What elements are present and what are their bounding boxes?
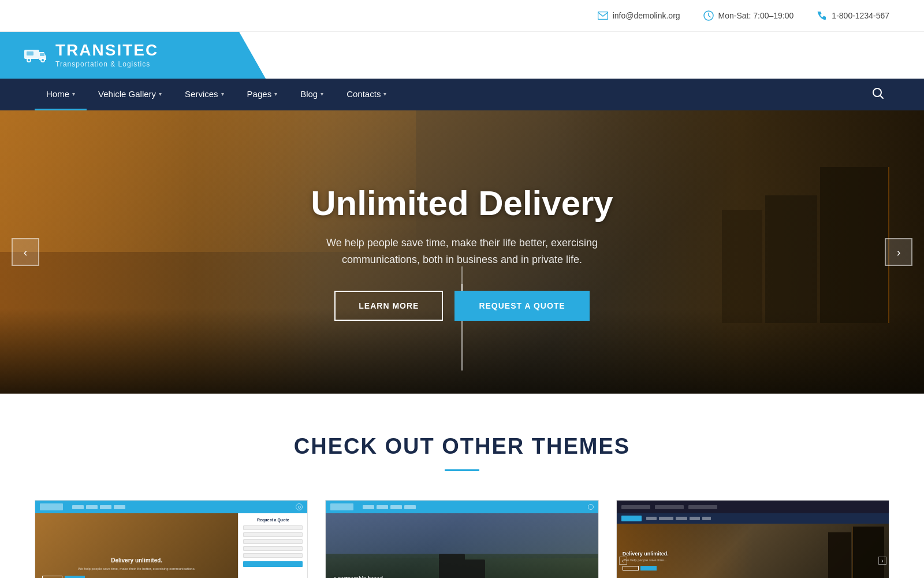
hero-buttons: LEARN MORE REQUEST A QUOTE <box>334 291 589 321</box>
theme-card-1-btn-learn <box>42 576 62 578</box>
theme-card-3-logo <box>621 516 642 521</box>
form-field-2 <box>243 532 303 537</box>
email-icon <box>598 10 608 21</box>
header: TRANSITEC Transportation & Logistics <box>0 32 924 79</box>
theme-card-1-search-icon <box>296 503 303 510</box>
theme-card-3-nav-items <box>646 517 711 520</box>
form-submit <box>243 561 303 567</box>
nav-home-label: Home <box>46 89 69 99</box>
theme-card-3-info-2 <box>655 505 684 509</box>
theme-card-1-subtitle: We help people save time, make their lif… <box>42 566 231 571</box>
theme-card-2-sky <box>326 513 598 558</box>
themes-divider <box>445 469 479 471</box>
card3-prev: ‹ <box>619 557 627 565</box>
hours-contact: Mon-Sat: 7:00–19:00 <box>703 10 794 21</box>
email-text: info@demolink.org <box>613 11 680 20</box>
nav-item-mini <box>659 517 673 520</box>
theme-card-2-inner: A partnership based on trust. <box>326 501 598 578</box>
theme-card-1[interactable]: Delivery unlimited. We help people save … <box>35 500 308 578</box>
theme-card-1-form-fields <box>243 525 303 567</box>
theme-card-1-nav-item <box>86 505 98 509</box>
theme-card-2-nav-items <box>363 505 416 509</box>
learn-more-button[interactable]: LEARN MORE <box>334 291 443 321</box>
clock-icon <box>703 10 714 21</box>
theme-card-1-nav-item <box>72 505 84 509</box>
themes-section-title: CHECK OUT OTHER THEMES <box>35 434 889 459</box>
card3-btn-1 <box>623 566 639 570</box>
logo-text: TRANSITEC Transportation & Logistics <box>55 42 158 68</box>
nav-item-contacts[interactable]: Contacts ▾ <box>335 79 398 110</box>
form-field-1 <box>243 525 303 530</box>
phone-icon <box>817 10 827 21</box>
theme-card-2-logo <box>330 503 353 510</box>
nav-services-label: Services <box>185 89 218 99</box>
brand-name: TRANSITEC <box>55 42 158 58</box>
request-quote-button[interactable]: REQUEST A QUOTE <box>454 291 589 321</box>
theme-card-2[interactable]: A partnership based on trust. <box>325 500 598 578</box>
svg-point-4 <box>28 59 30 61</box>
theme-card-2-hero: A partnership based on trust. <box>326 513 598 578</box>
theme-card-3-btns <box>623 566 669 570</box>
theme-card-1-btns <box>42 576 231 578</box>
nav-item-pages[interactable]: Pages ▾ <box>236 79 289 110</box>
themes-grid: Delivery unlimited. We help people save … <box>35 500 889 578</box>
nav-item-services[interactable]: Services ▾ <box>173 79 236 110</box>
theme-card-2-nav <box>326 501 598 513</box>
theme-card-3-info-3 <box>688 505 717 509</box>
theme-card-1-title: Delivery unlimited. <box>42 557 231 564</box>
form-field-5 <box>243 553 303 558</box>
theme-card-3-nav <box>617 513 889 524</box>
nav-item-vehicle-gallery[interactable]: Vehicle Gallery ▾ <box>87 79 173 110</box>
hero-title: Unlimited Delivery <box>311 183 613 223</box>
phone-text: 1-800-1234-567 <box>832 11 889 20</box>
theme-card-1-content: Delivery unlimited. We help people save … <box>35 513 307 578</box>
theme-card-2-text: A partnership based on trust. <box>333 576 383 578</box>
svg-rect-0 <box>598 12 608 20</box>
nav-item-home[interactable]: Home ▾ <box>35 79 87 110</box>
nav-pages-chevron: ▾ <box>274 91 277 97</box>
svg-rect-8 <box>40 53 44 56</box>
main-nav: Home ▾ Vehicle Gallery ▾ Services ▾ Page… <box>0 79 924 110</box>
theme-card-3[interactable]: Delivery unlimited. We help people save … <box>616 500 889 578</box>
nav-item-mini <box>690 517 700 520</box>
nav-item-mini <box>646 517 657 520</box>
truck-icon <box>23 45 47 66</box>
theme-card-2-nav-item <box>377 505 388 509</box>
nav-blog-label: Blog <box>300 89 318 99</box>
nav-item-mini <box>676 517 687 520</box>
hero-subtitle: We help people save time, make their lif… <box>300 235 624 268</box>
nav-home-chevron: ▾ <box>72 91 75 97</box>
nav-services-chevron: ▾ <box>221 91 224 97</box>
theme-card-1-inner: Delivery unlimited. We help people save … <box>35 501 307 578</box>
theme-card-3-title: Delivery unlimited. <box>623 551 669 557</box>
hero-next-arrow[interactable]: › <box>885 238 912 266</box>
nav-item-blog[interactable]: Blog ▾ <box>289 79 335 110</box>
nav-pages-label: Pages <box>247 89 272 99</box>
nav-contacts-chevron: ▾ <box>383 91 386 97</box>
theme-card-3-inner: Delivery unlimited. We help people save … <box>617 501 889 578</box>
hero-content: Unlimited Delivery We help people save t… <box>0 110 924 394</box>
hero-prev-arrow[interactable]: ‹ <box>12 238 39 266</box>
theme-card-1-nav-items <box>72 505 125 509</box>
logo-area[interactable]: TRANSITEC Transportation & Logistics <box>0 32 266 79</box>
theme-card-3-text-area: Delivery unlimited. We help people save … <box>623 551 669 570</box>
nav-item-mini <box>702 517 711 520</box>
theme-card-1-hero: Delivery unlimited. We help people save … <box>35 513 238 578</box>
phone-contact: 1-800-1234-567 <box>817 10 889 21</box>
theme-card-1-nav-item <box>100 505 111 509</box>
theme-card-1-nav-item <box>114 505 125 509</box>
dark-truck-2 <box>828 532 851 578</box>
form-field-3 <box>243 539 303 544</box>
theme-card-1-nav <box>35 501 307 513</box>
theme-card-2-nav-item <box>390 505 402 509</box>
svg-rect-7 <box>27 51 33 55</box>
theme-card-2-truck <box>439 560 485 578</box>
theme-card-1-logo <box>40 503 63 510</box>
email-contact: info@demolink.org <box>598 10 680 21</box>
hero-section: Unlimited Delivery We help people save t… <box>0 110 924 394</box>
search-button[interactable] <box>866 87 889 102</box>
theme-card-3-top-bar <box>617 501 889 513</box>
theme-card-2-nav-item <box>363 505 374 509</box>
next-arrow-icon: › <box>897 246 901 259</box>
card3-next: › <box>878 557 886 565</box>
